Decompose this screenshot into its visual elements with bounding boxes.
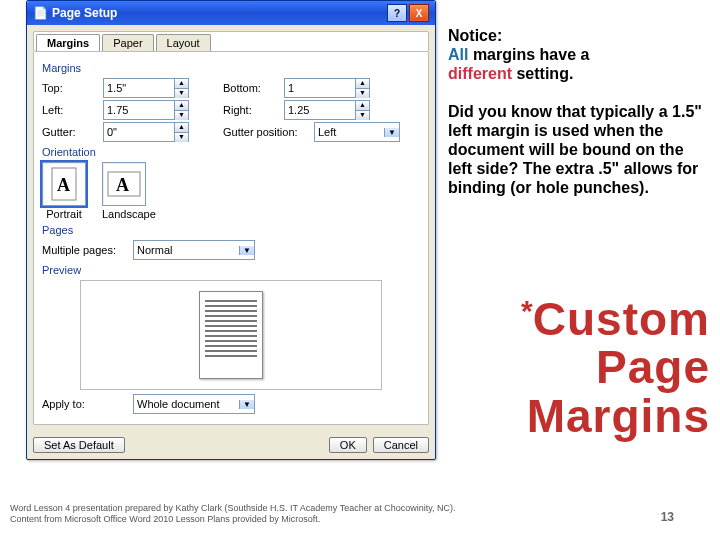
slide-title: *Custom Page Margins [521,295,710,440]
gutterpos-label: Gutter position: [223,126,308,138]
bottom-field[interactable]: 1▲▼ [284,78,370,98]
multiple-label: Multiple pages: [42,244,127,256]
left-field[interactable]: 1.75▲▼ [103,100,189,120]
tab-margins[interactable]: Margins [36,34,100,51]
svg-text:A: A [57,175,70,195]
page-number: 13 [661,510,674,524]
gutter-field[interactable]: 0"▲▼ [103,122,189,142]
titlebar: 📄 Page Setup ? X [27,1,435,25]
bottom-label: Bottom: [223,82,278,94]
titlebar-icon: 📄 [33,6,48,20]
tab-layout[interactable]: Layout [156,34,211,51]
button-bar: Set As Default OK Cancel [27,431,435,459]
right-label: Right: [223,104,278,116]
apply-select[interactable]: Whole document▼ [133,394,255,414]
cancel-button[interactable]: Cancel [373,437,429,453]
tabs: Margins Paper Layout [33,31,429,52]
tip-text: Did you know that typically a 1.5" left … [448,102,703,198]
apply-label: Apply to: [42,398,127,410]
right-field[interactable]: 1.25▲▼ [284,100,370,120]
orientation-portrait[interactable]: A Portrait [42,162,86,220]
section-pages: Pages [42,224,420,236]
section-preview: Preview [42,264,420,276]
tab-paper[interactable]: Paper [102,34,153,51]
preview [80,280,382,390]
close-button[interactable]: X [409,4,429,22]
notice-text: Notice: All margins have a different set… [448,26,703,216]
section-orientation: Orientation [42,146,420,158]
gutter-label: Gutter: [42,126,97,138]
titlebar-text: Page Setup [48,6,385,20]
left-label: Left: [42,104,97,116]
ok-button[interactable]: OK [329,437,367,453]
orientation-landscape[interactable]: A Landscape [102,162,156,220]
gutterpos-select[interactable]: Left▼ [314,122,400,142]
svg-text:A: A [116,175,129,195]
section-margins: Margins [42,62,420,74]
footer-text: Word Lesson 4 presentation prepared by K… [10,503,480,524]
tab-panel: Margins Top: 1.5"▲▼ Bottom: 1▲▼ Left: 1.… [33,52,429,425]
help-button[interactable]: ? [387,4,407,22]
multiple-select[interactable]: Normal▼ [133,240,255,260]
top-field[interactable]: 1.5"▲▼ [103,78,189,98]
page-setup-dialog: 📄 Page Setup ? X Margins Paper Layout Ma… [26,0,436,460]
top-label: Top: [42,82,97,94]
set-default-button[interactable]: Set As Default [33,437,125,453]
